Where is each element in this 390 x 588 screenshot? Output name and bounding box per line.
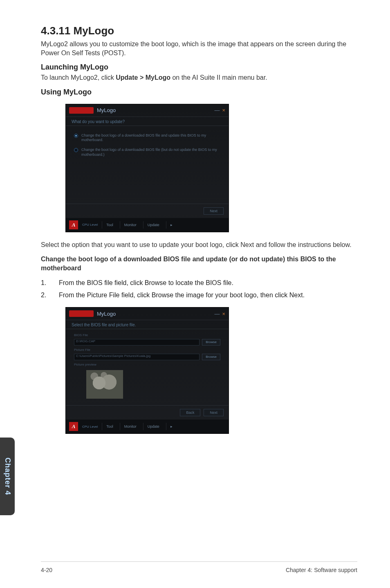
bios-file-label: BIOS File bbox=[74, 333, 220, 337]
launch-bold: Update > MyLogo bbox=[116, 74, 170, 81]
step-text: From the BIOS file field, click Browse t… bbox=[59, 278, 233, 287]
back-button[interactable]: Back bbox=[180, 409, 200, 416]
mid-bold-heading: Change the boot logo of a downloaded BIO… bbox=[41, 255, 357, 272]
expand-icon[interactable]: ▸ bbox=[166, 423, 177, 430]
window-titlebar: MyLogo — × bbox=[66, 104, 229, 117]
window-title: MyLogo bbox=[97, 311, 116, 317]
radio-option-1[interactable]: Change the boot logo of a downloaded BIO… bbox=[74, 133, 220, 143]
bios-file-input[interactable]: D:\ROG.CAP bbox=[74, 339, 199, 346]
prompt-text: Select the BIOS file and picture file. bbox=[66, 320, 229, 329]
next-button[interactable]: Next bbox=[204, 409, 224, 416]
launching-heading: Launching MyLogo bbox=[41, 63, 357, 72]
mid-paragraph: Select the option that you want to use t… bbox=[41, 240, 357, 249]
radio-label-1: Change the boot logo of a downloaded BIO… bbox=[81, 133, 220, 143]
cpu-level-indicator: CPU Level bbox=[81, 222, 99, 227]
picture-browse-button[interactable]: Browse bbox=[202, 354, 220, 360]
radio-option-2[interactable]: Change the boot logo of a downloaded BIO… bbox=[74, 148, 220, 157]
ai-suite-icon[interactable]: A bbox=[69, 422, 78, 431]
next-button[interactable]: Next bbox=[204, 207, 224, 215]
koala-image bbox=[86, 370, 123, 399]
launching-paragraph: To launch MyLogo2, click Update > MyLogo… bbox=[41, 73, 357, 82]
page-number: 4-20 bbox=[41, 567, 52, 573]
picture-file-label: Picture File bbox=[74, 348, 220, 352]
rog-brand-logo bbox=[69, 107, 94, 114]
radio-icon bbox=[74, 134, 78, 138]
footer-divider bbox=[41, 561, 357, 562]
rog-brand-logo bbox=[69, 310, 94, 317]
update-tab[interactable]: Update bbox=[143, 423, 164, 430]
mylogo-screenshot-2: MyLogo — × Select the BIOS file and pict… bbox=[65, 307, 229, 434]
radio-icon bbox=[74, 148, 78, 152]
step-number: 1. bbox=[41, 278, 49, 287]
tool-tab[interactable]: Tool bbox=[102, 221, 117, 229]
launch-post: on the AI Suite II main menu bar. bbox=[170, 74, 267, 81]
step-2: 2. From the Picture File field, click Br… bbox=[41, 291, 357, 300]
picture-preview bbox=[86, 370, 123, 399]
step-text: From the Picture File field, click Brows… bbox=[59, 291, 305, 300]
minimize-icon[interactable]: — bbox=[214, 311, 220, 317]
expand-icon[interactable]: ▸ bbox=[166, 221, 177, 229]
step-number: 2. bbox=[41, 291, 49, 300]
picture-file-input[interactable]: C:\Users\Public\Pictures\Sample Pictures… bbox=[74, 354, 199, 360]
cpu-level-indicator: CPU Level bbox=[81, 424, 99, 429]
monitor-tab[interactable]: Monitor bbox=[120, 423, 141, 430]
using-heading: Using MyLogo bbox=[41, 88, 357, 97]
ai-suite-icon[interactable]: A bbox=[69, 220, 78, 229]
chapter-side-tab: Chapter 4 bbox=[0, 438, 15, 515]
update-tab[interactable]: Update bbox=[143, 221, 164, 229]
footer-chapter-title: Chapter 4: Software support bbox=[286, 567, 357, 573]
close-icon[interactable]: × bbox=[222, 311, 225, 317]
step-1: 1. From the BIOS file field, click Brows… bbox=[41, 278, 357, 287]
intro-paragraph: MyLogo2 allows you to customize the boot… bbox=[41, 40, 357, 57]
launch-pre: To launch MyLogo2, click bbox=[41, 74, 116, 81]
picture-preview-label: Picture preview bbox=[74, 363, 220, 367]
prompt-text: What do you want to update? bbox=[66, 117, 229, 126]
tool-tab[interactable]: Tool bbox=[102, 423, 117, 430]
monitor-tab[interactable]: Monitor bbox=[120, 221, 141, 229]
minimize-icon[interactable]: — bbox=[214, 107, 220, 113]
mylogo-screenshot-1: MyLogo — × What do you want to update? C… bbox=[65, 104, 229, 232]
window-title: MyLogo bbox=[97, 107, 116, 113]
window-titlebar: MyLogo — × bbox=[66, 307, 229, 320]
radio-label-2: Change the boot logo of a downloaded BIO… bbox=[81, 148, 220, 157]
chapter-side-label: Chapter 4 bbox=[3, 458, 12, 495]
section-heading: 4.3.11 MyLogo bbox=[41, 25, 357, 37]
close-icon[interactable]: × bbox=[222, 107, 225, 113]
bios-browse-button[interactable]: Browse bbox=[202, 339, 220, 346]
